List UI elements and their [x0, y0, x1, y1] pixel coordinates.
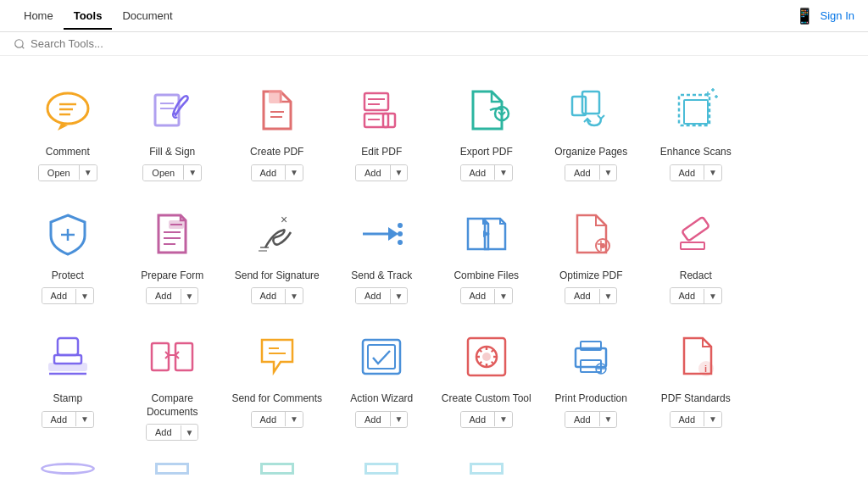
- prepare-form-add-btn[interactable]: Add: [147, 288, 181, 303]
- prepare-form-icon: [142, 203, 203, 264]
- edit-pdf-add-btn[interactable]: Add: [356, 165, 390, 181]
- create-pdf-add-btn[interactable]: Add: [252, 165, 286, 181]
- svg-point-42: [398, 231, 403, 236]
- svg-marker-41: [388, 227, 398, 241]
- svg-text:×: ×: [281, 213, 287, 226]
- redact-add-btn[interactable]: Add: [670, 288, 704, 303]
- export-pdf-label: Export PDF: [460, 146, 513, 159]
- tool-optimize-pdf: Optimize PDF Add ▼: [541, 197, 643, 312]
- tool-fill-sign: Fill & Sign Open ▼: [122, 73, 224, 188]
- action-wizard-label: Action Wizard: [350, 392, 413, 406]
- svg-rect-53: [54, 355, 81, 364]
- redact-arrow-btn[interactable]: ▼: [704, 289, 721, 303]
- send-signature-arrow-btn[interactable]: ▼: [285, 289, 303, 303]
- send-track-add-btn[interactable]: Add: [356, 288, 390, 303]
- optimize-pdf-arrow-btn[interactable]: ▼: [599, 289, 617, 303]
- send-track-icon: [351, 203, 412, 264]
- device-icon: 📱: [795, 7, 814, 25]
- create-custom-label: Create Custom Tool: [442, 392, 531, 406]
- tool-export-pdf: Export PDF Add ▼: [436, 73, 537, 188]
- print-production-arrow-btn[interactable]: ▼: [599, 412, 617, 426]
- send-track-arrow-btn[interactable]: ▼: [390, 289, 408, 303]
- compare-docs-add-btn[interactable]: Add: [147, 425, 181, 440]
- pdf-standards-arrow-btn[interactable]: ▼: [704, 412, 721, 426]
- fill-sign-open-btn[interactable]: Open: [143, 165, 183, 181]
- create-pdf-icon: [247, 80, 308, 141]
- tool-protect: Protect Add ▼: [17, 197, 119, 312]
- comment-arrow-btn[interactable]: ▼: [79, 165, 97, 180]
- send-signature-icon: ×: [247, 203, 308, 264]
- search-icon: [14, 38, 25, 50]
- stamp-label: Stamp: [53, 392, 82, 406]
- organize-pages-arrow-btn[interactable]: ▼: [599, 165, 617, 180]
- create-pdf-arrow-btn[interactable]: ▼: [285, 165, 303, 180]
- svg-rect-13: [364, 93, 388, 110]
- compare-docs-label: Compare Documents: [125, 392, 220, 419]
- send-comments-label: Send for Comments: [231, 392, 322, 406]
- organize-pages-label: Organize Pages: [554, 146, 627, 159]
- create-custom-arrow-btn[interactable]: ▼: [494, 412, 512, 426]
- svg-point-0: [15, 39, 23, 47]
- edit-pdf-icon: [351, 80, 412, 141]
- tool-action-wizard: Action Wizard Add ▼: [331, 319, 433, 447]
- protect-btn-group: Add ▼: [42, 287, 94, 304]
- pdf-standards-add-btn[interactable]: Add: [670, 412, 704, 427]
- stamp-btn-group: Add ▼: [42, 411, 94, 428]
- action-wizard-arrow-btn[interactable]: ▼: [390, 412, 408, 426]
- tool-enhance-scans: Enhance Scans Add ▼: [645, 73, 747, 188]
- nav-tools[interactable]: Tools: [64, 3, 113, 29]
- send-signature-add-btn[interactable]: Add: [252, 288, 286, 303]
- send-signature-label: Send for Signature: [235, 269, 320, 283]
- send-track-btn-group: Add ▼: [355, 287, 408, 304]
- enhance-scans-btn-group: Add ▼: [670, 164, 722, 181]
- edit-pdf-arrow-btn[interactable]: ▼: [390, 165, 408, 180]
- optimize-pdf-add-btn[interactable]: Add: [565, 288, 599, 303]
- sign-in-button[interactable]: Sign In: [821, 9, 854, 22]
- send-comments-add-btn[interactable]: Add: [252, 412, 286, 427]
- search-input[interactable]: [31, 37, 285, 50]
- fill-sign-arrow-btn[interactable]: ▼: [183, 165, 201, 180]
- compare-docs-icon: [142, 326, 203, 387]
- export-pdf-add-btn[interactable]: Add: [461, 165, 495, 181]
- main-content: Comment Open ▼ Fill & Sign: [0, 56, 868, 493]
- create-pdf-label: Create PDF: [250, 146, 303, 159]
- organize-pages-add-btn[interactable]: Add: [565, 165, 599, 181]
- svg-line-72: [479, 362, 481, 364]
- compare-docs-arrow-btn[interactable]: ▼: [181, 425, 198, 440]
- fill-sign-icon: [142, 80, 203, 141]
- create-custom-btn-group: Add ▼: [460, 411, 513, 428]
- send-comments-arrow-btn[interactable]: ▼: [285, 412, 303, 426]
- create-custom-add-btn[interactable]: Add: [461, 412, 495, 427]
- combine-files-arrow-btn[interactable]: ▼: [494, 289, 512, 303]
- edit-pdf-btn-group: Add ▼: [355, 164, 408, 181]
- stamp-arrow-btn[interactable]: ▼: [75, 412, 93, 426]
- send-track-label: Send & Track: [351, 269, 412, 283]
- action-wizard-add-btn[interactable]: Add: [356, 412, 390, 427]
- svg-rect-10: [269, 90, 282, 103]
- protect-arrow-btn[interactable]: ▼: [75, 289, 93, 303]
- stamp-add-btn[interactable]: Add: [42, 412, 76, 427]
- export-pdf-arrow-btn[interactable]: ▼: [494, 165, 512, 180]
- prepare-form-arrow-btn[interactable]: ▼: [181, 289, 198, 303]
- tool-combine-files: Combine Files Add ▼: [436, 197, 537, 312]
- edit-pdf-label: Edit PDF: [361, 146, 402, 159]
- svg-rect-50: [681, 242, 704, 249]
- tool-create-custom: Create Custom Tool Add ▼: [436, 319, 537, 447]
- tool-create-pdf: Create PDF Add ▼: [226, 73, 328, 188]
- combine-files-label: Combine Files: [453, 269, 519, 283]
- combine-files-add-btn[interactable]: Add: [461, 288, 495, 303]
- send-signature-btn-group: Add ▼: [251, 287, 303, 304]
- tool-partial-1: [17, 456, 119, 481]
- protect-icon: [37, 203, 98, 264]
- tool-redact: Redact Add ▼: [645, 197, 747, 312]
- comment-btn-group: Open ▼: [38, 164, 97, 181]
- comment-open-btn[interactable]: Open: [39, 165, 79, 181]
- enhance-scans-add-btn[interactable]: Add: [670, 165, 704, 181]
- protect-add-btn[interactable]: Add: [42, 288, 76, 303]
- print-production-label: Print Production: [555, 392, 627, 406]
- print-production-add-btn[interactable]: Add: [565, 412, 599, 427]
- nav-home[interactable]: Home: [14, 3, 64, 29]
- enhance-scans-arrow-btn[interactable]: ▼: [704, 165, 721, 180]
- redact-btn-group: Add ▼: [670, 287, 722, 304]
- nav-document[interactable]: Document: [112, 3, 182, 29]
